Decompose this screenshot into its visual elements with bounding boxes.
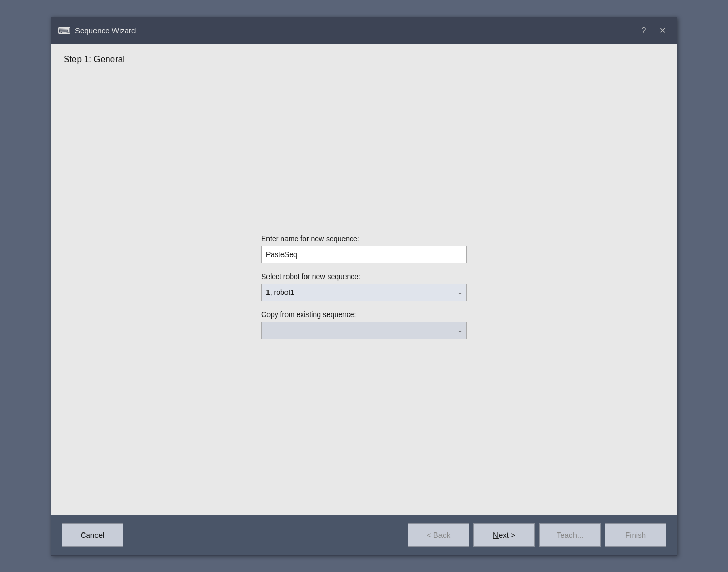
robot-select[interactable]: 1, robot1 (261, 284, 467, 301)
cancel-button[interactable]: Cancel (62, 523, 123, 547)
copy-select-wrapper: ⌄ (261, 322, 467, 339)
copy-select[interactable] (261, 322, 467, 339)
step-title: Step 1: General (64, 54, 664, 65)
sequence-name-input[interactable] (261, 246, 467, 263)
content-area: Step 1: General Enter name for new seque… (51, 44, 677, 515)
copy-label-underline: C (261, 310, 266, 319)
title-bar: ⌨ Sequence Wizard ? ✕ (51, 17, 677, 44)
wizard-icon: ⌨ (58, 25, 71, 36)
robot-label-underline: S (261, 272, 266, 281)
title-bar-right: ? ✕ (636, 24, 670, 38)
next-button[interactable]: Next > (473, 523, 535, 547)
help-button[interactable]: ? (636, 24, 652, 38)
dialog-title: Sequence Wizard (75, 26, 136, 35)
name-label-underline: n (280, 234, 284, 243)
form-container: Enter name for new sequence: Select robo… (64, 65, 664, 505)
teach-button[interactable]: Teach... (539, 523, 601, 547)
form-inner: Enter name for new sequence: Select robo… (261, 230, 467, 339)
copy-label: Copy from existing sequence: (261, 310, 467, 319)
footer: Cancel < Back Next > Teach... Finish (51, 515, 677, 555)
back-button[interactable]: < Back (408, 523, 469, 547)
robot-label: Select robot for new sequence: (261, 272, 467, 281)
name-label: Enter name for new sequence: (261, 234, 467, 243)
next-label-rest: ext > (499, 530, 515, 539)
title-bar-left: ⌨ Sequence Wizard (58, 25, 136, 36)
close-button[interactable]: ✕ (654, 24, 670, 38)
sequence-wizard-dialog: ⌨ Sequence Wizard ? ✕ Step 1: General En… (51, 17, 677, 556)
finish-button[interactable]: Finish (605, 523, 666, 547)
robot-select-wrapper: 1, robot1 ⌄ (261, 284, 467, 301)
next-label-underline: N (493, 530, 499, 539)
